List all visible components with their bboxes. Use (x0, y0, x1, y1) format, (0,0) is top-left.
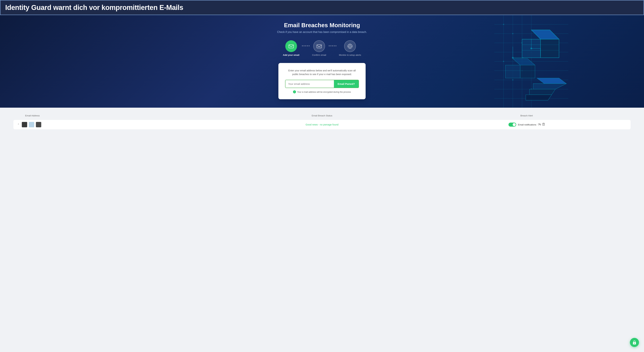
svg-rect-40 (289, 45, 294, 48)
svg-marker-23 (540, 39, 559, 58)
steps-container: Add your email Confirm email (246, 40, 398, 56)
email-cell: ⌃ (17, 122, 218, 127)
header-banner: Identity Guard warnt dich vor kompromitt… (0, 0, 644, 15)
page-title: Identity Guard warnt dich vor kompromitt… (5, 4, 639, 12)
svg-point-17 (503, 61, 504, 62)
delete-icon-button[interactable] (542, 123, 545, 126)
svg-marker-24 (531, 30, 559, 39)
svg-marker-29 (513, 59, 535, 65)
avatar-dark-1 (22, 122, 27, 127)
col-header-status: Email Breach Status (221, 114, 422, 117)
table-header: Email Address Email Breach Status Breach… (14, 113, 630, 119)
col-header-alert: Breach Alert (426, 114, 627, 117)
svg-point-14 (512, 33, 513, 34)
svg-point-38 (531, 48, 532, 49)
form-card: Enter your email address below and we'll… (278, 63, 366, 99)
breach-status-text: Good news - no pwnage found (221, 123, 422, 126)
table-row: ⌃ Good news - no pwnage found Email noti… (14, 120, 630, 129)
svg-point-19 (512, 79, 513, 81)
table-section: Email Address Email Breach Status Breach… (0, 108, 644, 134)
col-header-email: Email Address (17, 114, 218, 117)
avatar-dark-2 (36, 122, 41, 127)
step-dots-1 (302, 45, 310, 46)
svg-marker-36 (530, 89, 555, 95)
step-1-label: Add your email (283, 54, 299, 56)
security-note: ✓ Your e-mail address will be encrypted … (285, 90, 359, 93)
step-1: Add your email (283, 40, 299, 56)
svg-point-45 (349, 45, 351, 47)
notification-toggle[interactable] (508, 123, 516, 127)
security-note-text: Your e-mail address will be encrypted du… (297, 91, 351, 93)
step-2: Confirm email (312, 40, 326, 56)
floating-lock-button[interactable] (630, 338, 639, 347)
svg-marker-34 (537, 78, 566, 84)
status-cell: Good news - no pwnage found (221, 123, 422, 126)
action-icons (538, 123, 545, 126)
hero-title: Email Breaches Monitoring (246, 22, 398, 29)
eye-off-icon-button[interactable] (538, 123, 541, 126)
step-dots-2 (329, 45, 336, 46)
step-2-label: Confirm email (312, 54, 326, 56)
svg-marker-31 (520, 65, 535, 78)
form-description: Enter your email address below and we'll… (285, 69, 359, 76)
svg-rect-51 (542, 123, 544, 125)
hero-content: Email Breaches Monitoring Check if you h… (246, 22, 398, 99)
svg-point-55 (634, 343, 635, 344)
alert-cell: Email notifications (426, 123, 627, 127)
hero-subtitle: Check if you have an account that has be… (246, 31, 398, 34)
svg-line-42 (318, 47, 319, 47)
avatar-light (29, 122, 34, 127)
toggle-slider (508, 123, 516, 127)
step-3: Monitor & setup alerts (339, 40, 361, 56)
step-3-label: Monitor & setup alerts (339, 54, 361, 56)
svg-marker-37 (526, 95, 552, 100)
svg-line-43 (319, 47, 320, 47)
email-input[interactable] (286, 80, 334, 88)
svg-point-13 (503, 24, 504, 25)
tech-decoration (418, 15, 644, 108)
hero-section: Email Breaches Monitoring Check if you h… (0, 15, 644, 108)
notification-label: Email notifications (518, 123, 536, 126)
step-1-circle (285, 40, 297, 52)
email-input-group: Email Pwned? (285, 80, 359, 88)
shield-check-icon: ✓ (293, 90, 296, 93)
step-2-circle (313, 40, 325, 52)
row-expand-button[interactable]: ⌃ (17, 123, 20, 127)
svg-marker-35 (533, 84, 566, 89)
svg-point-39 (512, 57, 514, 58)
email-pwned-button[interactable]: Email Pwned? (334, 80, 358, 88)
step-3-circle (344, 40, 356, 52)
svg-rect-41 (317, 45, 322, 48)
svg-marker-30 (506, 65, 520, 78)
